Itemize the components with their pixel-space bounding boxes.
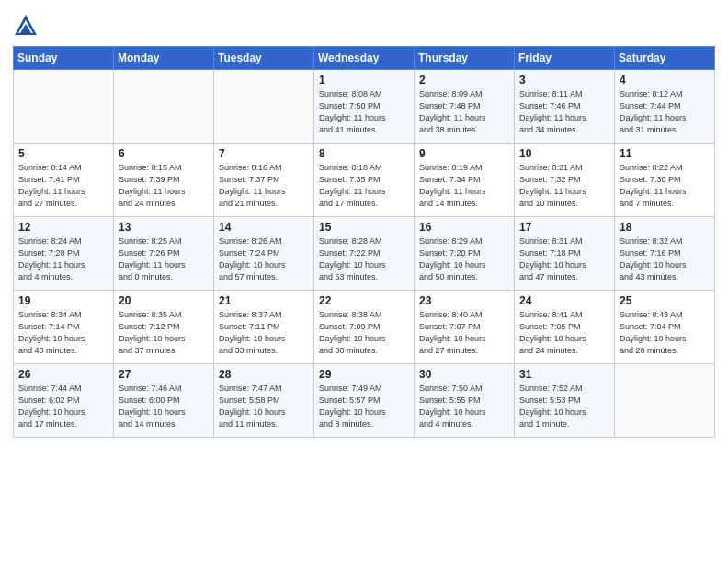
day-cell-15: 15Sunrise: 8:28 AM Sunset: 7:22 PM Dayli… [314, 217, 415, 291]
day-info: Sunrise: 8:43 AM Sunset: 7:04 PM Dayligh… [620, 309, 710, 357]
day-info: Sunrise: 8:25 AM Sunset: 7:26 PM Dayligh… [119, 236, 209, 283]
day-info: Sunrise: 8:15 AM Sunset: 7:39 PM Dayligh… [119, 162, 209, 210]
day-info: Sunrise: 8:37 AM Sunset: 7:11 PM Dayligh… [219, 309, 309, 357]
day-info: Sunrise: 8:11 AM Sunset: 7:46 PM Dayligh… [519, 88, 609, 136]
day-cell-29: 29Sunrise: 7:49 AM Sunset: 5:57 PM Dayli… [314, 364, 415, 438]
day-cell-8: 8Sunrise: 8:18 AM Sunset: 7:35 PM Daylig… [314, 144, 415, 217]
empty-cell [114, 70, 214, 144]
logo [13, 13, 42, 39]
week-row-4: 19Sunrise: 8:34 AM Sunset: 7:14 PM Dayli… [14, 291, 715, 364]
day-info: Sunrise: 8:29 AM Sunset: 7:20 PM Dayligh… [419, 236, 509, 283]
day-cell-11: 11Sunrise: 8:22 AM Sunset: 7:30 PM Dayli… [615, 144, 715, 217]
week-row-5: 26Sunrise: 7:44 AM Sunset: 6:02 PM Dayli… [14, 364, 715, 438]
day-info: Sunrise: 8:28 AM Sunset: 7:22 PM Dayligh… [319, 236, 409, 283]
day-cell-10: 10Sunrise: 8:21 AM Sunset: 7:32 PM Dayli… [515, 144, 615, 217]
day-cell-23: 23Sunrise: 8:40 AM Sunset: 7:07 PM Dayli… [415, 291, 515, 364]
day-info: Sunrise: 7:50 AM Sunset: 5:55 PM Dayligh… [419, 383, 509, 431]
day-number: 1 [319, 74, 409, 86]
day-info: Sunrise: 8:38 AM Sunset: 7:09 PM Dayligh… [319, 309, 409, 357]
week-row-3: 12Sunrise: 8:24 AM Sunset: 7:28 PM Dayli… [14, 217, 715, 291]
weekday-friday: Friday [515, 47, 615, 70]
day-number: 29 [319, 368, 409, 381]
day-number: 4 [620, 74, 710, 86]
day-number: 24 [519, 294, 609, 307]
weekday-sunday: Sunday [14, 47, 114, 70]
day-info: Sunrise: 8:41 AM Sunset: 7:05 PM Dayligh… [519, 309, 609, 357]
day-cell-27: 27Sunrise: 7:46 AM Sunset: 6:00 PM Dayli… [114, 364, 214, 438]
day-cell-3: 3Sunrise: 8:11 AM Sunset: 7:46 PM Daylig… [515, 70, 615, 144]
day-cell-20: 20Sunrise: 8:35 AM Sunset: 7:12 PM Dayli… [114, 291, 214, 364]
day-info: Sunrise: 8:19 AM Sunset: 7:34 PM Dayligh… [419, 162, 509, 210]
day-info: Sunrise: 8:21 AM Sunset: 7:32 PM Dayligh… [519, 162, 609, 210]
weekday-header-row: SundayMondayTuesdayWednesdayThursdayFrid… [14, 47, 715, 70]
day-cell-25: 25Sunrise: 8:43 AM Sunset: 7:04 PM Dayli… [615, 291, 715, 364]
empty-cell [14, 70, 114, 144]
day-number: 23 [419, 294, 509, 307]
logo-icon [13, 13, 39, 39]
day-number: 13 [119, 221, 209, 234]
day-cell-13: 13Sunrise: 8:25 AM Sunset: 7:26 PM Dayli… [114, 217, 214, 291]
weekday-saturday: Saturday [615, 47, 715, 70]
day-number: 25 [620, 294, 710, 307]
day-number: 26 [18, 368, 108, 381]
day-number: 27 [119, 368, 209, 381]
day-info: Sunrise: 7:47 AM Sunset: 5:58 PM Dayligh… [219, 383, 309, 431]
day-info: Sunrise: 7:49 AM Sunset: 5:57 PM Dayligh… [319, 383, 409, 431]
day-number: 17 [519, 221, 609, 234]
day-number: 6 [119, 147, 209, 160]
day-cell-5: 5Sunrise: 8:14 AM Sunset: 7:41 PM Daylig… [14, 144, 114, 217]
day-number: 2 [419, 74, 509, 86]
day-cell-2: 2Sunrise: 8:09 AM Sunset: 7:48 PM Daylig… [415, 70, 515, 144]
day-number: 19 [18, 294, 108, 307]
day-cell-28: 28Sunrise: 7:47 AM Sunset: 5:58 PM Dayli… [214, 364, 314, 438]
day-info: Sunrise: 8:24 AM Sunset: 7:28 PM Dayligh… [18, 236, 108, 283]
weekday-thursday: Thursday [415, 47, 515, 70]
week-row-2: 5Sunrise: 8:14 AM Sunset: 7:41 PM Daylig… [14, 144, 715, 217]
day-number: 31 [519, 368, 609, 381]
day-cell-12: 12Sunrise: 8:24 AM Sunset: 7:28 PM Dayli… [14, 217, 114, 291]
day-number: 22 [319, 294, 409, 307]
day-cell-1: 1Sunrise: 8:08 AM Sunset: 7:50 PM Daylig… [314, 70, 415, 144]
day-number: 18 [620, 221, 710, 234]
weekday-monday: Monday [114, 47, 214, 70]
day-cell-7: 7Sunrise: 8:16 AM Sunset: 7:37 PM Daylig… [214, 144, 314, 217]
day-info: Sunrise: 8:31 AM Sunset: 7:18 PM Dayligh… [519, 236, 609, 283]
day-cell-21: 21Sunrise: 8:37 AM Sunset: 7:11 PM Dayli… [214, 291, 314, 364]
day-info: Sunrise: 7:52 AM Sunset: 5:53 PM Dayligh… [519, 383, 609, 431]
day-info: Sunrise: 8:12 AM Sunset: 7:44 PM Dayligh… [620, 88, 710, 136]
day-cell-17: 17Sunrise: 8:31 AM Sunset: 7:18 PM Dayli… [515, 217, 615, 291]
weekday-wednesday: Wednesday [314, 47, 415, 70]
day-number: 11 [620, 147, 710, 160]
day-cell-14: 14Sunrise: 8:26 AM Sunset: 7:24 PM Dayli… [214, 217, 314, 291]
day-info: Sunrise: 8:35 AM Sunset: 7:12 PM Dayligh… [119, 309, 209, 357]
day-cell-31: 31Sunrise: 7:52 AM Sunset: 5:53 PM Dayli… [515, 364, 615, 438]
day-number: 9 [419, 147, 509, 160]
day-number: 14 [219, 221, 309, 234]
day-cell-26: 26Sunrise: 7:44 AM Sunset: 6:02 PM Dayli… [14, 364, 114, 438]
day-cell-4: 4Sunrise: 8:12 AM Sunset: 7:44 PM Daylig… [615, 70, 715, 144]
day-info: Sunrise: 8:32 AM Sunset: 7:16 PM Dayligh… [620, 236, 710, 283]
day-info: Sunrise: 8:34 AM Sunset: 7:14 PM Dayligh… [18, 309, 108, 357]
day-info: Sunrise: 8:18 AM Sunset: 7:35 PM Dayligh… [319, 162, 409, 210]
day-number: 16 [419, 221, 509, 234]
calendar: SundayMondayTuesdayWednesdayThursdayFrid… [13, 46, 715, 438]
day-info: Sunrise: 8:14 AM Sunset: 7:41 PM Dayligh… [18, 162, 108, 210]
day-number: 20 [119, 294, 209, 307]
weekday-tuesday: Tuesday [214, 47, 314, 70]
day-cell-22: 22Sunrise: 8:38 AM Sunset: 7:09 PM Dayli… [314, 291, 415, 364]
day-number: 28 [219, 368, 309, 381]
day-cell-24: 24Sunrise: 8:41 AM Sunset: 7:05 PM Dayli… [515, 291, 615, 364]
day-cell-9: 9Sunrise: 8:19 AM Sunset: 7:34 PM Daylig… [415, 144, 515, 217]
day-info: Sunrise: 8:22 AM Sunset: 7:30 PM Dayligh… [620, 162, 710, 210]
day-number: 3 [519, 74, 609, 86]
day-number: 7 [219, 147, 309, 160]
day-info: Sunrise: 8:16 AM Sunset: 7:37 PM Dayligh… [219, 162, 309, 210]
day-cell-18: 18Sunrise: 8:32 AM Sunset: 7:16 PM Dayli… [615, 217, 715, 291]
day-info: Sunrise: 7:46 AM Sunset: 6:00 PM Dayligh… [119, 383, 209, 431]
day-cell-16: 16Sunrise: 8:29 AM Sunset: 7:20 PM Dayli… [415, 217, 515, 291]
day-cell-19: 19Sunrise: 8:34 AM Sunset: 7:14 PM Dayli… [14, 291, 114, 364]
day-number: 15 [319, 221, 409, 234]
day-cell-6: 6Sunrise: 8:15 AM Sunset: 7:39 PM Daylig… [114, 144, 214, 217]
day-info: Sunrise: 8:08 AM Sunset: 7:50 PM Dayligh… [319, 88, 409, 136]
day-info: Sunrise: 8:40 AM Sunset: 7:07 PM Dayligh… [419, 309, 509, 357]
